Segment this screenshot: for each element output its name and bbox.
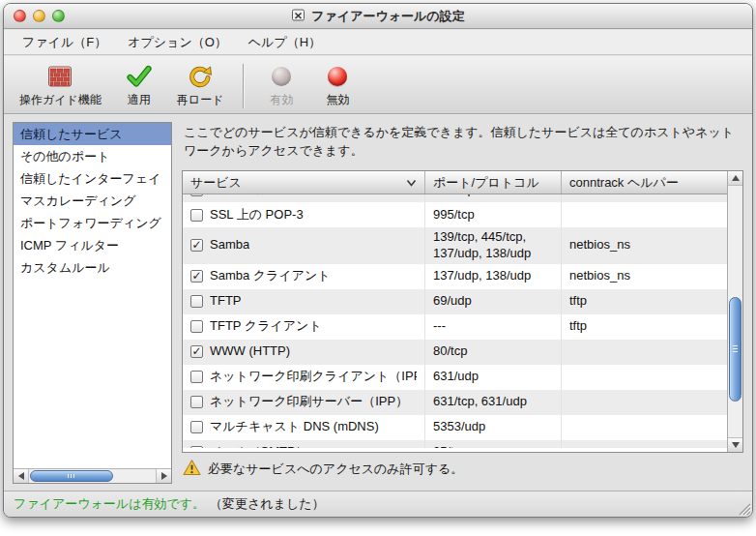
- sidebar-item[interactable]: ICMP フィルター: [14, 234, 171, 256]
- titlebar[interactable]: ファイアーウォールの設定: [4, 4, 752, 29]
- table-vertical-scrollbar[interactable]: [727, 171, 742, 452]
- ports-cell: 631/udp: [425, 365, 562, 390]
- red-ball-icon: [328, 64, 347, 89]
- table-header: サービスポート/プロトコルconntrack ヘルパー: [183, 171, 727, 194]
- conntrack-helper-cell: [562, 365, 727, 390]
- toolbar: 操作ガイド機能適用再ロード有効無効: [4, 56, 752, 114]
- check-icon: [127, 64, 152, 89]
- service-checkbox[interactable]: [190, 320, 203, 333]
- service-name: WWW (HTTP): [210, 343, 290, 360]
- service-name: マルチキャスト DNS (mDNS): [210, 419, 379, 435]
- column-header[interactable]: サービス: [183, 171, 425, 194]
- column-header[interactable]: ポート/プロトコル: [425, 171, 562, 194]
- ports-cell: 993/tcp: [425, 194, 562, 202]
- menubar: ファイル（F）オプション（O）ヘルプ（H）: [4, 30, 752, 55]
- service-checkbox[interactable]: [190, 295, 203, 308]
- reload-button[interactable]: 再ロード: [167, 61, 234, 111]
- firewall-status-text: ファイアーウォールは有効です。: [14, 495, 205, 513]
- ports-cell: 139/tcp, 445/tcp, 137/udp, 138/udp: [425, 227, 562, 264]
- service-name: TFTP クライアント: [210, 318, 322, 335]
- sidebar-item[interactable]: カスタムルール: [14, 256, 171, 279]
- sidebar-list: 信頼したサービスその他のポート信頼したインターフェイマスカレーディングポートフォ…: [14, 123, 171, 468]
- menu-options[interactable]: オプション（O）: [117, 31, 238, 54]
- service-checkbox[interactable]: [190, 194, 203, 196]
- ports-cell: 631/tcp, 631/udp: [425, 390, 562, 415]
- warning-icon: [183, 460, 201, 479]
- service-name: Samba クライアント: [210, 268, 331, 284]
- service-checkbox[interactable]: [190, 396, 203, 408]
- table-row[interactable]: SSL 上の IMAP993/tcp: [183, 194, 727, 202]
- vertical-scroll-thumb[interactable]: [729, 297, 741, 402]
- disable-button[interactable]: 無効: [309, 61, 365, 111]
- toolbar-button-label: 有効: [270, 92, 293, 108]
- menu-file[interactable]: ファイル（F）: [12, 31, 117, 54]
- scroll-down-button[interactable]: [728, 437, 742, 452]
- table-row[interactable]: SSL 上の POP-3995/tcp: [183, 202, 727, 227]
- firewall-settings-window: ファイアーウォールの設定 ファイル（F）オプション（O）ヘルプ（H） 操作ガイド…: [3, 3, 753, 518]
- ports-cell: 80/tcp: [425, 340, 562, 365]
- table-row[interactable]: ✓Samba クライアント137/udp, 138/udpnetbios_ns: [183, 264, 727, 289]
- sort-indicator-icon: [406, 179, 417, 187]
- table-row[interactable]: ✓WWW (HTTP)80/tcp: [183, 340, 727, 365]
- toolbar-separator: [243, 64, 244, 108]
- panel-description: ここでどのサービスが信頼できるかを定義できます。信頼したサービスは全てのホストや…: [180, 122, 743, 163]
- ports-cell: 25/tcp: [425, 440, 562, 448]
- sidebar-item[interactable]: 信頼したインターフェイ: [14, 167, 171, 190]
- sidebar-item[interactable]: 信頼したサービス: [14, 123, 171, 145]
- window-title: ファイアーウォールの設定: [311, 8, 464, 25]
- ports-cell: 995/tcp: [425, 202, 562, 227]
- modified-note: （変更されました）: [210, 495, 325, 513]
- menu-help[interactable]: ヘルプ（H）: [238, 31, 332, 54]
- scroll-left-button[interactable]: [14, 469, 29, 483]
- horizontal-scroll-thumb[interactable]: [30, 470, 113, 482]
- service-checkbox[interactable]: ✓: [190, 239, 203, 252]
- conntrack-helper-cell: tftp: [562, 289, 727, 314]
- table-row[interactable]: ✓メール（SMTP）25/tcp: [183, 440, 727, 448]
- arrow-left-icon: [18, 472, 24, 480]
- conntrack-helper-cell: [562, 340, 727, 365]
- column-header[interactable]: conntrack ヘルパー: [562, 171, 727, 194]
- table-row[interactable]: TFTP クライアント---tftp: [183, 314, 727, 340]
- toolbar-button-label: 無効: [326, 92, 349, 108]
- table-row[interactable]: ネットワーク印刷サーバー（IPP）631/tcp, 631/udp: [183, 390, 727, 415]
- statusbar: ファイアーウォールは有効です。 （変更されました）: [4, 491, 752, 517]
- table-body: SSL 上の IMAP993/tcpSSL 上の POP-3995/tcp✓Sa…: [183, 194, 727, 452]
- sidebar: 信頼したサービスその他のポート信頼したインターフェイマスカレーディングポートフォ…: [13, 122, 172, 484]
- conntrack-helper-cell: [562, 390, 727, 415]
- service-checkbox[interactable]: ✓: [190, 345, 203, 358]
- service-checkbox[interactable]: [190, 209, 203, 222]
- service-checkbox[interactable]: ✓: [190, 270, 203, 283]
- table-row[interactable]: マルチキャスト DNS (mDNS)5353/udp: [183, 415, 727, 440]
- toolbar-button-label: 操作ガイド機能: [19, 92, 102, 108]
- service-checkbox[interactable]: ✓: [190, 446, 203, 448]
- conntrack-helper-cell: [562, 194, 727, 202]
- wizard-button[interactable]: 操作ガイド機能: [10, 61, 111, 111]
- service-name: SSL 上の POP-3: [210, 207, 304, 223]
- service-name: ネットワーク印刷サーバー（IPP）: [210, 394, 408, 410]
- wizard-icon: [47, 64, 73, 89]
- enable-button: 有効: [253, 61, 309, 111]
- scroll-up-button[interactable]: [728, 171, 742, 186]
- sidebar-item[interactable]: その他のポート: [14, 145, 171, 167]
- service-name: TFTP: [210, 293, 242, 310]
- sidebar-item[interactable]: ポートフォワーディング: [14, 212, 171, 234]
- service-checkbox[interactable]: [190, 421, 203, 433]
- sidebar-horizontal-scrollbar[interactable]: [14, 468, 171, 483]
- resize-grip[interactable]: [736, 500, 751, 516]
- toolbar-button-label: 適用: [128, 92, 151, 108]
- scroll-right-button[interactable]: [156, 469, 171, 483]
- sidebar-item[interactable]: マスカレーディング: [14, 190, 171, 212]
- warning-row: 必要なサービスへのアクセスのみ許可する。: [183, 457, 743, 482]
- ports-cell: 5353/udp: [425, 415, 562, 440]
- service-checkbox[interactable]: [190, 371, 203, 383]
- table-row[interactable]: ネットワーク印刷クライアント（IPP）631/udp: [183, 365, 727, 390]
- table-area: サービスポート/プロトコルconntrack ヘルパー SSL 上の IMAP9…: [183, 171, 727, 452]
- apply-button[interactable]: 適用: [111, 61, 167, 111]
- table-row[interactable]: ✓Samba139/tcp, 445/tcp, 137/udp, 138/udp…: [183, 227, 727, 264]
- arrow-down-icon: [732, 442, 740, 448]
- warning-text: 必要なサービスへのアクセスのみ許可する。: [208, 461, 463, 478]
- service-name: ネットワーク印刷クライアント（IPP）: [210, 369, 417, 385]
- ports-cell: ---: [425, 314, 562, 340]
- conntrack-helper-cell: tftp: [562, 314, 727, 340]
- table-row[interactable]: TFTP69/udptftp: [183, 289, 727, 314]
